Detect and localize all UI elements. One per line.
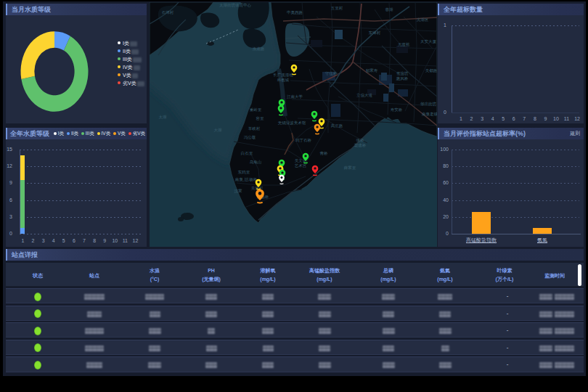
svg-text:太湖街坊体育中心: 太湖街坊体育中心	[219, 3, 252, 8]
svg-text:南泉老镇: 南泉老镇	[422, 112, 437, 116]
svg-text:寿安桥: 寿安桥	[391, 107, 403, 112]
svg-text:吴都路: 吴都路	[425, 68, 437, 73]
svg-text:五里村: 五里村	[331, 6, 343, 11]
svg-text:尤渡苑: 尤渡苑	[398, 42, 410, 47]
svg-text:长广溪湿地: 长广溪湿地	[273, 73, 293, 78]
svg-text:立信大道: 立信大道	[356, 93, 373, 98]
svg-text:冯公墩: 冯公墩	[244, 135, 256, 140]
svg-text:科教城: 科教城	[277, 78, 290, 83]
svg-text:蓉湖: 蓉湖	[385, 7, 393, 12]
svg-text:滨湖区: 滨湖区	[417, 17, 429, 23]
svg-text:张桥: 张桥	[356, 138, 365, 143]
svg-text:惠风桥: 惠风桥	[396, 76, 409, 81]
svg-text:江南大学: 江南大学	[287, 94, 303, 99]
svg-text:守佳桥: 守佳桥	[325, 71, 338, 75]
svg-text:重岭里: 重岭里	[250, 107, 262, 112]
svg-text:太湖: 太湖	[159, 115, 167, 119]
svg-text:无锡绿波美术馆: 无锡绿波美术馆	[278, 121, 306, 126]
svg-text:花塘桥: 花塘桥	[354, 143, 367, 148]
svg-text:青桥: 青桥	[320, 151, 329, 155]
svg-text:羊岐村: 羊岐村	[248, 126, 261, 131]
svg-text:白石里: 白石里	[241, 151, 253, 156]
svg-text:天安大厦: 天安大厦	[420, 39, 437, 44]
svg-text:高正路: 高正路	[331, 123, 343, 128]
svg-text:郁家寿: 郁家寿	[366, 68, 378, 73]
svg-text:乌龟山: 乌龟山	[250, 160, 262, 164]
svg-text:薛家里: 薛家里	[344, 166, 356, 170]
svg-text:东鸡里: 东鸡里	[237, 170, 250, 174]
svg-text:大湖: 大湖	[214, 128, 222, 132]
svg-text:东绛村: 东绛村	[368, 30, 381, 36]
svg-text:渔港路: 渔港路	[253, 46, 265, 52]
svg-text:中奥西路: 中奥西路	[287, 10, 303, 15]
svg-text:雪浪坊: 雪浪坊	[396, 71, 409, 76]
svg-text:容里: 容里	[256, 116, 265, 121]
svg-text:石埠村: 石埠村	[162, 10, 174, 15]
svg-text:艺术宫: 艺术宫	[295, 163, 307, 168]
svg-text:华庄街坊: 华庄街坊	[420, 102, 437, 107]
svg-text:坞丁石桥: 坞丁石桥	[295, 138, 312, 143]
svg-text:沈家: 沈家	[234, 189, 243, 194]
